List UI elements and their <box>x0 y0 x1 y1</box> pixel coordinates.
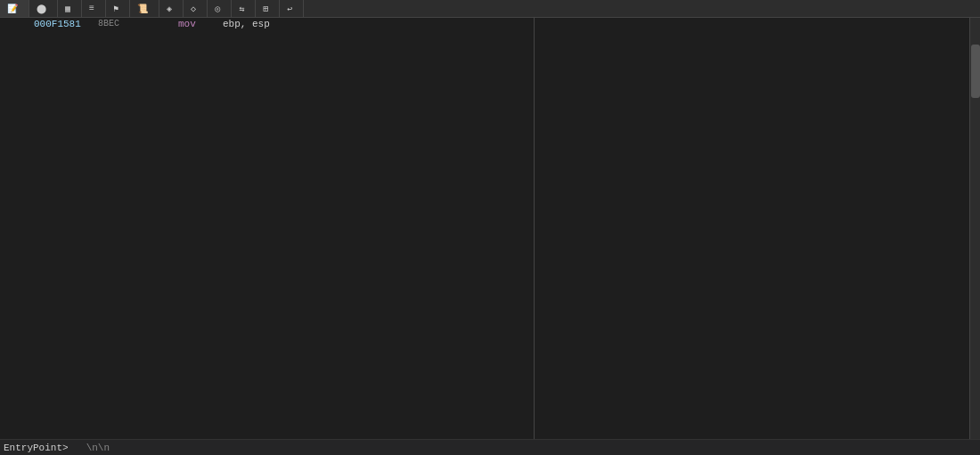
tab-script[interactable]: 📜 <box>130 0 159 17</box>
notes-icon: 📝 <box>7 4 18 14</box>
trace-icon: ↩ <box>287 4 292 14</box>
tab-source[interactable]: ◇ <box>184 0 208 17</box>
script-icon: 📜 <box>137 4 148 14</box>
status-bar: EntryPoint> \n\n <box>0 439 980 455</box>
address: 000F1581 <box>34 19 98 29</box>
main-area: . 000F1581 8BEC mov ebp, esp <box>0 18 980 439</box>
memory-map-icon: ▦ <box>65 4 70 14</box>
disassembly-panel: . 000F1581 8BEC mov ebp, esp <box>0 18 535 439</box>
call-stack-icon: ≡ <box>89 4 94 13</box>
toolbar: 📝 ⬤ ▦ ≡ ⚑ 📜 ◈ ◇ ◎ ⇆ ⊞ ↩ <box>0 0 980 18</box>
comment-panel <box>535 18 969 439</box>
tab-notes[interactable]: 📝 <box>0 0 29 17</box>
source-icon: ◇ <box>191 4 196 14</box>
seh-icon: ⚑ <box>113 4 118 14</box>
tab-symbols[interactable]: ◈ <box>159 0 184 17</box>
tab-memory-map[interactable]: ▦ <box>58 0 82 17</box>
operands: ebp, esp <box>223 19 532 29</box>
scrollbar[interactable] <box>969 18 980 439</box>
references-icon: ◎ <box>215 4 220 14</box>
tab-breakpoints[interactable]: ⬤ <box>29 0 58 17</box>
tab-trace[interactable]: ↩ <box>280 0 304 17</box>
symbols-icon: ◈ <box>167 4 172 14</box>
status-extra: \n\n <box>86 443 110 453</box>
handles-icon: ⊞ <box>263 4 268 14</box>
arrow-col: . <box>9 19 34 28</box>
mnemonic: mov <box>178 19 223 29</box>
threads-icon: ⇆ <box>239 4 244 14</box>
status-text: EntryPoint> <box>4 443 69 453</box>
tab-references[interactable]: ◎ <box>208 0 232 17</box>
tab-call-stack[interactable]: ≡ <box>82 0 106 17</box>
bytes: 8BEC <box>98 19 178 28</box>
tab-seh[interactable]: ⚑ <box>106 0 130 17</box>
disasm-container[interactable]: . 000F1581 8BEC mov ebp, esp <box>0 18 534 439</box>
breakpoints-icon: ⬤ <box>37 4 46 14</box>
scroll-thumb[interactable] <box>971 45 980 98</box>
tab-handles[interactable]: ⊞ <box>256 0 280 17</box>
tab-threads[interactable]: ⇆ <box>232 0 256 17</box>
disasm-line[interactable]: . 000F1581 8BEC mov ebp, esp <box>0 18 534 29</box>
